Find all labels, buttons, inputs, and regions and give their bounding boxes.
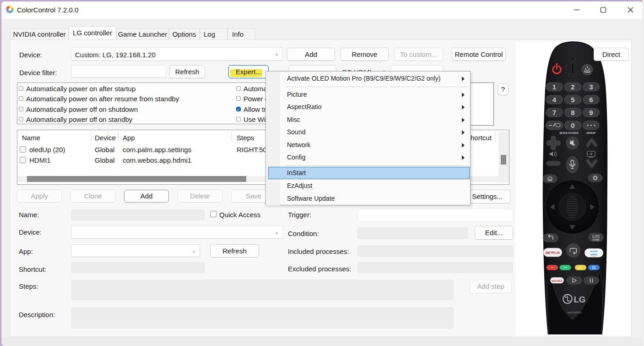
svg-text:AKB75855501: AKB75855501 bbox=[567, 311, 582, 314]
svg-text:0: 0 bbox=[571, 121, 574, 129]
svg-text:4: 4 bbox=[552, 96, 557, 104]
svg-text:2: 2 bbox=[571, 83, 574, 91]
svg-text:QUICK ACCESS: QUICK ACCESS bbox=[559, 132, 579, 134]
svg-text:5: 5 bbox=[571, 96, 574, 104]
svg-text:LG: LG bbox=[574, 295, 586, 304]
svg-text:GUIDE: GUIDE bbox=[592, 238, 600, 241]
svg-text:9: 9 bbox=[589, 109, 593, 116]
svg-text:8: 8 bbox=[571, 109, 574, 116]
svg-text:MOVIES: MOVIES bbox=[552, 280, 562, 282]
svg-text:3: 3 bbox=[589, 83, 593, 91]
svg-text:video: video bbox=[590, 253, 598, 256]
svg-text:AD/SAP: AD/SAP bbox=[586, 132, 596, 134]
svg-text:prime: prime bbox=[590, 250, 598, 253]
svg-text:6: 6 bbox=[589, 96, 593, 104]
svg-text:7: 7 bbox=[552, 109, 556, 116]
svg-text:1: 1 bbox=[552, 83, 556, 91]
svg-text:NETFLIX: NETFLIX bbox=[546, 251, 560, 255]
